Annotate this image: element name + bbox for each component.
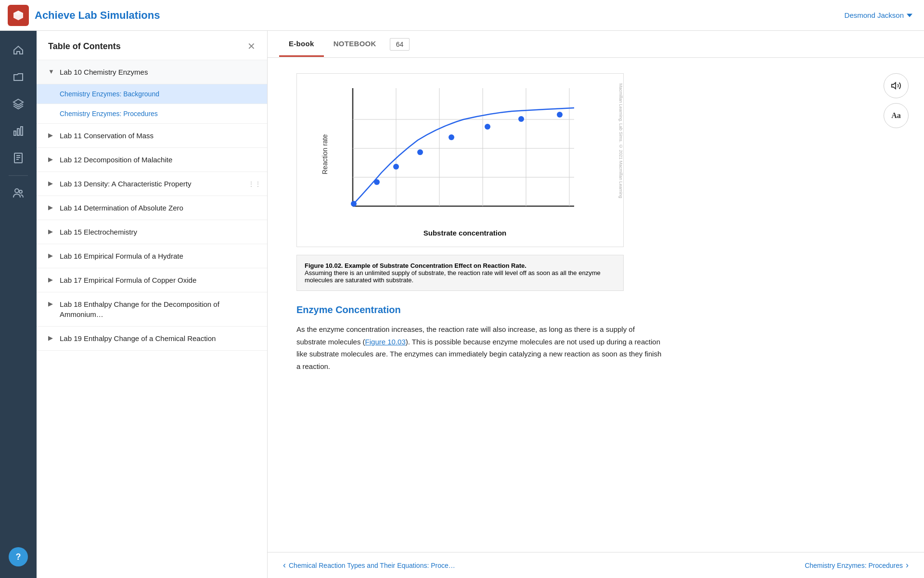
toc-item-lab19[interactable]: ▶ Lab 19 Enthalpy Change of a Chemical R… (37, 327, 267, 351)
sub-item-lab10-background[interactable]: Chemistry Enzymes: Background (37, 84, 267, 104)
svg-rect-2 (21, 127, 23, 135)
lab12-label: Lab 12 Decomposition of Malachite (60, 155, 172, 165)
svg-point-23 (417, 149, 423, 155)
tab-ebook[interactable]: E-book (279, 32, 324, 57)
toc-item-lab12[interactable]: ▶ Lab 12 Decomposition of Malachite (37, 148, 267, 172)
svg-point-24 (449, 134, 454, 140)
svg-rect-0 (14, 131, 16, 135)
sidebar-toc: Table of Contents ✕ ▼ Lab 10 Chemistry E… (37, 31, 268, 578)
chevron-down-icon: ▼ (48, 68, 55, 75)
svg-marker-9 (892, 83, 896, 89)
chevron-right-icon: ▶ (48, 252, 55, 259)
svg-point-20 (351, 201, 357, 207)
y-axis-label: Reaction rate (316, 83, 329, 225)
caption-text: Assuming there is an unlimited supply of… (305, 269, 601, 284)
user-menu[interactable]: Desmond Jackson (845, 11, 912, 19)
content-area: E-book NOTEBOOK 64 Aa (268, 31, 924, 578)
header-left: Achieve Lab Simulations (8, 5, 160, 26)
chevron-right-icon: ▶ (48, 204, 55, 211)
chevron-right-icon: ▶ (48, 228, 55, 235)
nav-divider (9, 175, 28, 176)
lab14-label: Lab 14 Determination of Absolute Zero (60, 203, 183, 213)
left-nav: ? (0, 31, 37, 578)
svg-point-22 (393, 164, 399, 170)
sidebar-header: Table of Contents ✕ (37, 31, 267, 60)
sub-item-lab10-procedures[interactable]: Chemistry Enzymes: Procedures (37, 104, 267, 124)
lab13-label: Lab 13 Density: A Characteristic Propert… (60, 179, 191, 189)
page-number[interactable]: 64 (390, 38, 410, 51)
drag-handle-icon[interactable]: ⋮⋮ (248, 180, 261, 188)
top-header: Achieve Lab Simulations Desmond Jackson (0, 0, 924, 31)
lab11-label: Lab 11 Conservation of Mass (60, 131, 154, 141)
toc-list: ▼ Lab 10 Chemistry Enzymes Chemistry Enz… (37, 60, 267, 578)
chart-container: Reaction rate (296, 73, 624, 247)
svg-point-7 (15, 189, 19, 193)
chevron-right-icon: ▶ (48, 300, 55, 307)
chart-watermark: Macmillan Learning. Lab Sims. © 2021 Mac… (618, 83, 623, 237)
toc-item-lab13[interactable]: ▶ Lab 13 Density: A Characteristic Prope… (37, 172, 267, 196)
x-axis-label: Substrate concentration (316, 225, 614, 237)
nav-folder-icon[interactable] (7, 66, 30, 89)
next-arrow-icon: › (906, 560, 909, 570)
chevron-right-icon: ▶ (48, 276, 55, 283)
sub-item-link-procedures[interactable]: Chemistry Enzymes: Procedures (60, 110, 158, 118)
chevron-right-icon: ▶ (48, 131, 55, 139)
toc-item-lab17[interactable]: ▶ Lab 17 Empirical Formula of Copper Oxi… (37, 268, 267, 292)
svg-point-25 (485, 124, 490, 130)
svg-point-27 (557, 112, 563, 118)
content-body: Aa Reaction rate (268, 58, 924, 552)
content-tabs: E-book NOTEBOOK 64 (268, 31, 924, 58)
lab10-label: Lab 10 Chemistry Enzymes (60, 67, 148, 77)
bottom-nav: ‹ Chemical Reaction Types and Their Equa… (268, 552, 924, 578)
chart-svg-wrap: Reaction rate (316, 83, 614, 225)
svg-point-21 (374, 179, 380, 185)
svg-point-26 (518, 116, 524, 122)
nav-notebook-icon[interactable] (7, 146, 30, 170)
body-text: As the enzyme concentration increases, t… (296, 323, 662, 372)
prev-arrow-icon: ‹ (283, 560, 286, 570)
section-heading: Enzyme Concentration (296, 304, 895, 315)
svg-point-8 (19, 190, 22, 193)
toc-title: Table of Contents (48, 41, 121, 52)
app-title: Achieve Lab Simulations (35, 9, 160, 22)
lab15-label: Lab 15 Electrochemistry (60, 227, 137, 237)
chevron-right-icon: ▶ (48, 334, 55, 342)
prev-nav-label: Chemical Reaction Types and Their Equati… (289, 562, 455, 569)
chart-svg (329, 83, 579, 223)
figure-caption: Figure 10.02. Example of Substrate Conce… (296, 255, 624, 291)
chart-svg-area (329, 83, 614, 225)
close-button[interactable]: ✕ (247, 40, 256, 52)
chevron-right-icon: ▶ (48, 156, 55, 163)
nav-help-button[interactable]: ? (9, 547, 28, 566)
chevron-right-icon: ▶ (48, 180, 55, 187)
tab-notebook[interactable]: NOTEBOOK (324, 32, 386, 57)
toc-item-lab16[interactable]: ▶ Lab 16 Empirical Formula of a Hydrate (37, 244, 267, 268)
toc-item-lab14[interactable]: ▶ Lab 14 Determination of Absolute Zero (37, 196, 267, 220)
prev-nav-link[interactable]: ‹ Chemical Reaction Types and Their Equa… (283, 560, 455, 570)
figure-link[interactable]: Figure 10.03 (365, 338, 406, 346)
toc-item-lab18[interactable]: ▶ Lab 18 Enthalpy Change for the Decompo… (37, 292, 267, 327)
sub-item-link-background[interactable]: Chemistry Enzymes: Background (60, 90, 159, 98)
lab18-label: Lab 18 Enthalpy Change for the Decomposi… (60, 299, 257, 319)
lab16-label: Lab 16 Empirical Formula of a Hydrate (60, 251, 183, 261)
main-layout: ? Table of Contents ✕ ▼ Lab 10 Chemistry… (0, 31, 924, 578)
nav-layers-icon[interactable] (7, 92, 30, 116)
user-name: Desmond Jackson (845, 11, 904, 19)
chart-inner: Reaction rate (316, 83, 614, 237)
svg-rect-1 (17, 129, 19, 135)
logo-icon[interactable] (8, 5, 29, 26)
toc-item-lab10[interactable]: ▼ Lab 10 Chemistry Enzymes (37, 60, 267, 84)
next-nav-label: Chemistry Enzymes: Procedures (805, 562, 903, 569)
next-nav-link[interactable]: Chemistry Enzymes: Procedures › (805, 560, 909, 570)
nav-users-icon[interactable] (7, 182, 30, 205)
toc-item-lab11[interactable]: ▶ Lab 11 Conservation of Mass (37, 124, 267, 148)
nav-home-icon[interactable] (7, 39, 30, 62)
lab17-label: Lab 17 Empirical Formula of Copper Oxide (60, 275, 196, 285)
audio-button[interactable] (884, 73, 909, 98)
toc-item-lab15[interactable]: ▶ Lab 15 Electrochemistry (37, 220, 267, 244)
caption-title: Figure 10.02. Example of Substrate Conce… (305, 262, 526, 269)
lab19-label: Lab 19 Enthalpy Change of a Chemical Rea… (60, 333, 216, 343)
content-controls: Aa (884, 73, 909, 128)
font-button[interactable]: Aa (884, 103, 909, 128)
nav-chart-icon[interactable] (7, 119, 30, 143)
